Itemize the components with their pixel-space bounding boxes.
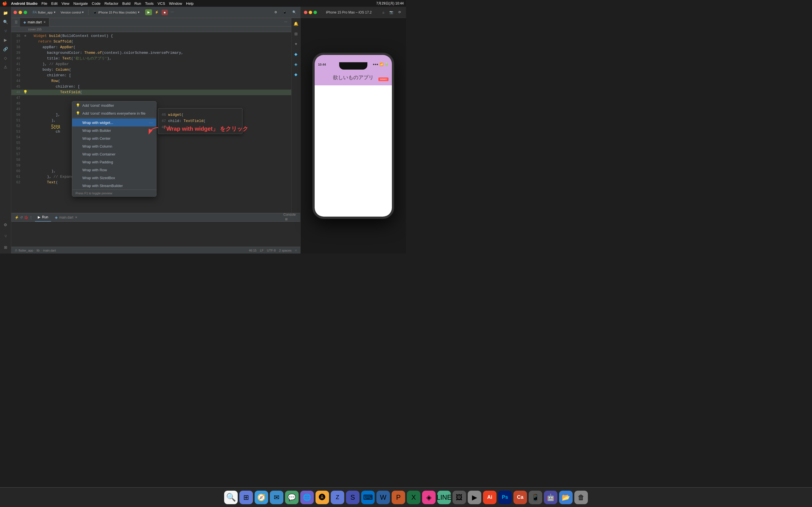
bottom-panel: ⚡ ↺ 🐞 ⋮ ▶ Run ◆ main.dart ✕ Console ⊞ xyxy=(11,213,300,247)
right-icons-strip: 🔔 ⊞ ✦ ◆ ◈ ◆ xyxy=(291,18,300,213)
vcs-selector[interactable]: Version control ▾ xyxy=(59,10,86,15)
menu-navigate[interactable]: Navigate xyxy=(73,1,88,6)
left-sidebar: 📁 🔍 ⑂ ▶ 🔗 ◇ ⚠ ⚙ ⑂ ⊞ xyxy=(0,7,11,253)
phone-panel: iPhone 15 Pro Max – iOS 17.2 ⌂ 📷 ⟳ 10:44… xyxy=(300,7,406,253)
right-icon-flutter3[interactable]: ◆ xyxy=(293,71,299,78)
code-line-45: 45 children: [ xyxy=(11,84,291,90)
menu-code[interactable]: Code xyxy=(92,1,101,6)
device-selector[interactable]: 📱 iPhone 15 Pro Max (mobile) ▾ xyxy=(91,10,141,15)
hot-reload-button[interactable]: ⚡ xyxy=(153,10,160,15)
expand-console-button[interactable]: ⊞ xyxy=(283,217,289,222)
encoding: UTF-8 xyxy=(267,249,276,252)
code-line-36: 36 ⚙ Widget build(BuildContext context) … xyxy=(11,33,291,39)
menu-tools[interactable]: Tools xyxy=(145,1,154,6)
apple-menu[interactable]: 🍎 xyxy=(2,1,7,6)
status-bar-breadcrumb: ⚠ flutter_app › lib › main.dart xyxy=(15,248,56,252)
bottom-tab-close[interactable]: ✕ xyxy=(75,216,77,219)
menu-build[interactable]: Build xyxy=(122,1,131,6)
phone-content: DEMO xyxy=(315,86,392,219)
editor-options-button[interactable]: ⋯ xyxy=(283,19,289,25)
bottom-tab-run[interactable]: ▶ Run xyxy=(35,213,51,222)
phone-rotate-button[interactable]: ⟳ xyxy=(397,10,403,15)
phone-minimize-button[interactable] xyxy=(309,11,312,14)
sidebar-search-icon[interactable]: 🔍 xyxy=(2,18,10,26)
phone-maximize-button[interactable] xyxy=(313,11,317,14)
menu-item-wrap-streambuilder[interactable]: Wrap with StreamBuilder xyxy=(72,182,156,189)
menu-edit[interactable]: Edit xyxy=(51,1,57,6)
sidebar-package-icon[interactable]: ◇ xyxy=(2,54,10,62)
preview-line-1: 46 widget( xyxy=(161,112,239,118)
menu-item-wrap-column[interactable]: Wrap with Column xyxy=(72,142,156,150)
code-line-41: 41 ), // AppBar xyxy=(11,61,291,67)
menu-file[interactable]: File xyxy=(42,1,47,6)
menu-window[interactable]: Window xyxy=(169,1,182,6)
editor-tab-main-dart[interactable]: ◆ main.dart ✕ xyxy=(20,18,49,26)
tab-bar: ☰ ◆ main.dart ✕ ⋯ xyxy=(11,18,291,26)
phone-close-button[interactable] xyxy=(304,11,307,14)
minimize-button[interactable] xyxy=(18,11,22,14)
tab-close-icon[interactable]: ✕ xyxy=(43,20,46,24)
clock: 7月29日(月) 10:44 xyxy=(376,1,404,6)
menu-run[interactable]: Run xyxy=(135,1,141,6)
file-tree-toggle[interactable]: ☰ xyxy=(12,20,20,24)
bottom-tab-main-dart[interactable]: ◆ main.dart ✕ xyxy=(52,213,80,222)
menu-item-add-const[interactable]: 💡 Add 'const' modifier xyxy=(72,101,156,109)
breadcrumb-file[interactable]: main.dart xyxy=(43,249,56,252)
run-button[interactable]: ▶ xyxy=(145,9,152,15)
menu-item-wrap-padding[interactable]: Wrap with Padding xyxy=(72,158,156,166)
menu-view[interactable]: View xyxy=(61,1,69,6)
phone-traffic-lights xyxy=(304,11,317,14)
right-icon-ai[interactable]: ✦ xyxy=(293,41,299,47)
right-icon-flutter1[interactable]: ◆ xyxy=(293,51,299,57)
menu-item-wrap-widget[interactable]: Wrap with widget... ⋯ xyxy=(72,119,156,126)
menu-item-add-const-everywhere[interactable]: 💡 Add 'const' modifiers everywhere in fi… xyxy=(72,109,156,117)
menu-item-wrap-sizedbox[interactable]: Wrap with SizedBox xyxy=(72,174,156,182)
sidebar-files-icon[interactable]: 📁 xyxy=(2,9,10,17)
bottom-panel-icons[interactable]: ⚡ ↺ 🐞 ⋮ xyxy=(13,216,34,219)
breadcrumb-lib[interactable]: lib xyxy=(37,249,40,252)
phone-frame: 10:44 ●●● 📶 🔋 欲しいものアプリ DEMO xyxy=(312,53,394,219)
menu-item-wrap-row[interactable]: Wrap with Row xyxy=(72,166,156,174)
phone-toolbar: iPhone 15 Pro Max – iOS 17.2 ⌂ 📷 ⟳ xyxy=(301,7,406,18)
menu-item-wrap-builder[interactable]: Wrap with Builder xyxy=(72,126,156,134)
phone-wrapper: 10:44 ●●● 📶 🔋 欲しいものアプリ DEMO xyxy=(301,18,406,253)
status-bar-right: 46:15 LF UTF-8 2 spaces ⑂ xyxy=(249,249,297,252)
sidebar-terminal-icon[interactable]: ⊞ xyxy=(2,243,10,251)
demo-badge: DEMO xyxy=(378,77,389,81)
breadcrumb-project[interactable]: flutter_app xyxy=(18,249,33,252)
right-icon-flutter2[interactable]: ◈ xyxy=(293,61,299,68)
menu-item-wrap-center[interactable]: Wrap with Center xyxy=(72,134,156,142)
traffic-lights xyxy=(13,11,27,14)
wrap-widget-icon xyxy=(75,120,80,125)
avd-icon[interactable]: 📱 xyxy=(281,10,289,15)
menu-vcs[interactable]: VCS xyxy=(158,1,165,6)
right-icon-layout[interactable]: ⊞ xyxy=(293,31,299,37)
git-icon[interactable]: ⑂ xyxy=(295,249,297,252)
code-line-44: 44 Row( xyxy=(11,78,291,84)
phone-home-button[interactable]: ⌂ xyxy=(380,10,386,15)
sidebar-git2-icon[interactable]: ⑂ xyxy=(2,232,10,240)
menu-refactor[interactable]: Refactor xyxy=(105,1,118,6)
project-selector[interactable]: FA flutter_app ▾ xyxy=(31,10,57,15)
sidebar-warn-icon[interactable]: ⚠ xyxy=(2,63,10,71)
phone-screenshot-button[interactable]: 📷 xyxy=(388,10,395,15)
sidebar-link-icon[interactable]: 🔗 xyxy=(2,45,10,53)
stop-button[interactable]: ■ xyxy=(161,10,168,15)
code-line-38: 38 appBar: AppBar( xyxy=(11,45,291,50)
bottom-content xyxy=(11,222,300,247)
phone-time: 10:44 xyxy=(318,63,326,66)
phone-panel-buttons: ⌂ 📷 ⟳ xyxy=(380,10,403,15)
sidebar-run-icon[interactable]: ▶ xyxy=(2,36,10,44)
sidebar-settings-icon[interactable]: ⚙ xyxy=(2,221,10,229)
maximize-button[interactable] xyxy=(24,11,27,14)
close-button[interactable] xyxy=(13,11,17,14)
sidebar-git-icon[interactable]: ⑂ xyxy=(2,27,10,35)
search-everywhere-icon[interactable]: 🔍 xyxy=(291,10,298,15)
more-button[interactable]: ⋯ xyxy=(169,10,175,15)
right-icon-notifications[interactable]: 🔔 xyxy=(293,20,299,27)
menu-help[interactable]: Help xyxy=(186,1,194,6)
device-manager-icon[interactable]: ⚙ xyxy=(273,10,279,15)
menu-separator-1 xyxy=(72,118,156,118)
menu-bar-right: 7月29日(月) 10:44 xyxy=(376,1,404,6)
menu-item-wrap-container[interactable]: Wrap with Container xyxy=(72,150,156,158)
